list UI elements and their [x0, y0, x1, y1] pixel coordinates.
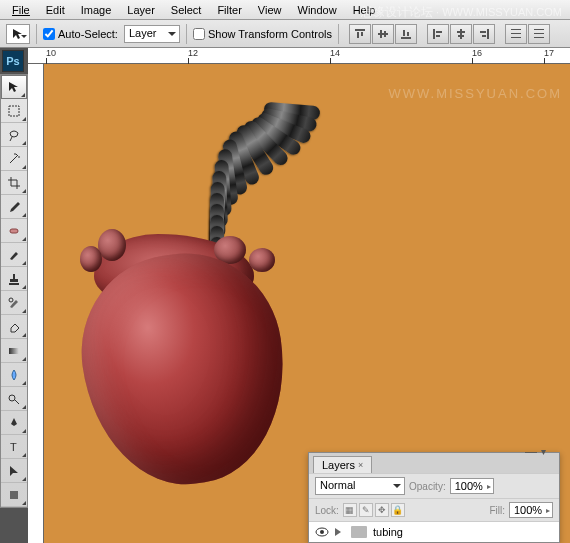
menu-file[interactable]: File — [4, 2, 38, 18]
show-transform-check[interactable] — [193, 28, 205, 40]
svg-rect-9 — [433, 29, 435, 39]
menu-edit[interactable]: Edit — [38, 2, 73, 18]
menu-image[interactable]: Image — [73, 2, 120, 18]
panel-menu-icon[interactable] — [541, 445, 555, 455]
align-left-icon[interactable] — [427, 24, 449, 44]
svg-rect-21 — [534, 29, 544, 30]
crop-tool[interactable] — [1, 171, 27, 195]
align-right-icon[interactable] — [473, 24, 495, 44]
show-transform-checkbox[interactable]: Show Transform Controls — [193, 28, 332, 40]
ruler-tick: 17 — [544, 48, 554, 58]
svg-rect-25 — [10, 229, 18, 233]
lock-transparency-icon[interactable]: ▦ — [343, 503, 357, 517]
pen-tool[interactable] — [1, 411, 27, 435]
ruler-horizontal: 10 12 14 16 17 — [28, 48, 570, 64]
svg-rect-30 — [10, 491, 18, 499]
eraser-tool[interactable] — [1, 315, 27, 339]
svg-rect-11 — [436, 35, 440, 37]
align-bottom-icon[interactable] — [395, 24, 417, 44]
close-icon[interactable]: × — [358, 460, 363, 470]
auto-select-checkbox[interactable]: Auto-Select: — [43, 28, 118, 40]
type-tool[interactable]: T — [1, 435, 27, 459]
lock-buttons: ▦ ✎ ✥ 🔒 — [343, 503, 405, 517]
svg-rect-10 — [436, 31, 442, 33]
align-top-icon[interactable] — [349, 24, 371, 44]
menu-filter[interactable]: Filter — [209, 2, 249, 18]
divider — [186, 24, 187, 44]
auto-select-dropdown[interactable]: Layer — [124, 25, 180, 43]
toolbox: T — [0, 74, 28, 508]
lock-all-icon[interactable]: 🔒 — [391, 503, 405, 517]
svg-rect-0 — [355, 29, 365, 31]
svg-rect-12 — [460, 29, 462, 39]
svg-rect-5 — [384, 31, 386, 37]
shape-tool[interactable] — [1, 483, 27, 507]
svg-rect-27 — [9, 348, 19, 354]
expand-arrow-icon[interactable] — [335, 528, 345, 536]
svg-rect-13 — [457, 31, 465, 33]
ruler-tick: 12 — [188, 48, 198, 58]
svg-point-32 — [320, 530, 324, 534]
auto-select-check[interactable] — [43, 28, 55, 40]
align-hcenter-icon[interactable] — [450, 24, 472, 44]
layers-tab-label: Layers — [322, 459, 355, 471]
gradient-tool[interactable] — [1, 339, 27, 363]
menu-select[interactable]: Select — [163, 2, 210, 18]
svg-rect-24 — [9, 106, 19, 116]
folder-icon — [351, 526, 367, 538]
ps-logo: Ps — [2, 50, 24, 72]
distribute-icon[interactable] — [528, 24, 550, 44]
menu-view[interactable]: View — [250, 2, 290, 18]
path-select-tool[interactable] — [1, 459, 27, 483]
options-bar: Auto-Select: Layer Show Transform Contro… — [0, 20, 570, 48]
blur-tool[interactable] — [1, 363, 27, 387]
svg-rect-16 — [480, 31, 486, 33]
svg-rect-20 — [511, 37, 521, 38]
svg-rect-19 — [511, 33, 521, 34]
svg-rect-14 — [458, 35, 464, 37]
opacity-label: Opacity: — [409, 481, 446, 492]
distribute-buttons — [505, 24, 550, 44]
svg-rect-2 — [361, 32, 363, 36]
heart-graphic — [74, 234, 294, 494]
stamp-tool[interactable] — [1, 267, 27, 291]
distribute-icon[interactable] — [505, 24, 527, 44]
lock-pixels-icon[interactable]: ✎ — [359, 503, 373, 517]
lock-label: Lock: — [315, 505, 339, 516]
lock-position-icon[interactable]: ✥ — [375, 503, 389, 517]
ruler-vertical — [28, 64, 44, 543]
visibility-eye-icon[interactable] — [315, 525, 329, 539]
show-transform-label: Show Transform Controls — [208, 28, 332, 40]
menu-layer[interactable]: Layer — [119, 2, 163, 18]
ruler-tick: 10 — [46, 48, 56, 58]
svg-rect-22 — [534, 33, 544, 34]
layers-tab[interactable]: Layers × — [313, 456, 372, 473]
wand-tool[interactable] — [1, 147, 27, 171]
lasso-tool[interactable] — [1, 123, 27, 147]
move-tool[interactable] — [1, 75, 27, 99]
blend-mode-dropdown[interactable]: Normal — [315, 477, 405, 495]
brush-tool[interactable] — [1, 243, 27, 267]
svg-point-28 — [9, 395, 15, 401]
fill-input[interactable]: 100% — [509, 502, 553, 518]
layer-row[interactable]: tubing — [309, 521, 559, 542]
svg-rect-6 — [401, 37, 411, 39]
svg-rect-23 — [534, 37, 544, 38]
tool-indicator-move[interactable] — [6, 24, 30, 44]
marquee-tool[interactable] — [1, 99, 27, 123]
svg-rect-15 — [487, 29, 489, 39]
align-buttons — [349, 24, 417, 44]
align-vcenter-icon[interactable] — [372, 24, 394, 44]
layers-panel: — Layers × Normal Opacity: 100% Lock: ▦ … — [308, 452, 560, 543]
healing-tool[interactable] — [1, 219, 27, 243]
ruler-tick: 16 — [472, 48, 482, 58]
eyedropper-tool[interactable] — [1, 195, 27, 219]
dodge-tool[interactable] — [1, 387, 27, 411]
menu-window[interactable]: Window — [290, 2, 345, 18]
history-brush-tool[interactable] — [1, 291, 27, 315]
auto-select-label: Auto-Select: — [58, 28, 118, 40]
panel-minimize-icon[interactable]: — — [525, 445, 537, 459]
layer-name[interactable]: tubing — [373, 526, 403, 538]
opacity-input[interactable]: 100% — [450, 478, 494, 494]
divider — [338, 24, 339, 44]
